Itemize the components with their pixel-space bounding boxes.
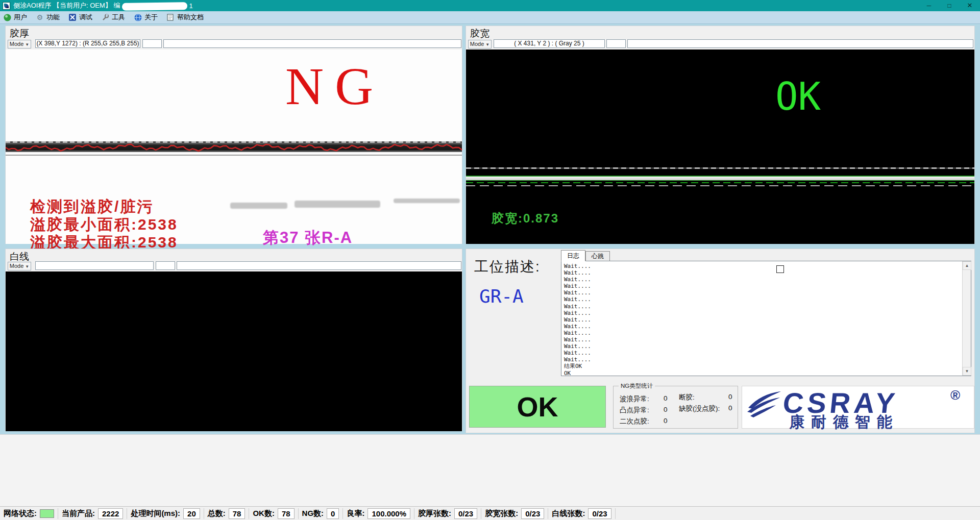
statusbar-field: 处理时间(ms):20 [127,508,204,519]
app-icon [3,2,10,10]
glue-thickness-image[interactable]: NG 检测到溢胶/脏污 溢胶最小面积:2538 溢胶最大面积:2538 第37 … [6,49,462,244]
menu-item-tools[interactable]: 工具 [98,11,131,24]
menu-item-label: 帮助文档 [177,13,204,22]
glue-thickness-input-small[interactable] [142,39,162,48]
statusbar-label: 胶厚张数: [418,509,451,518]
minimize-button[interactable]: ─ [919,0,939,11]
statusbar-value: 0/23 [454,508,477,519]
close-button[interactable]: ✕ [960,0,980,11]
white-line-image[interactable] [6,271,462,431]
wrench-icon [101,13,109,21]
statusbar-field: NG数:0 [299,508,344,519]
smudge-mark [295,201,380,208]
log-lines: Wait.... Wait.... Wait.... Wait.... Wait… [564,263,591,377]
statusbar-value: 0/23 [588,508,611,519]
statusbar-field: OK数:78 [249,508,298,519]
smudge-mark [230,203,287,209]
user-icon [3,13,11,21]
window-title-tail: 1 [189,2,192,10]
statusbar-label: OK数: [253,509,275,518]
title-bar: 侧涂AOI程序 【当前用户: OEM】 编 1 ─ □ ✕ [0,0,980,11]
ok-result-text: OK [775,78,821,115]
statusbar-label: 良率: [347,509,364,518]
glue-width-input-wide[interactable] [627,39,973,48]
glue-width-toolbar: Mode ▼ ( X 431, Y 2 ) : ( Gray 25 ) [466,39,974,49]
tab-log[interactable]: 日志 [561,250,585,261]
glue-line-band [466,176,974,181]
statusbar-label: 当前产品: [62,509,95,518]
glue-thickness-input-wide[interactable] [163,39,461,48]
menu-item-debug[interactable]: 调试 [65,11,98,24]
status-bar: 网络状态:当前产品:2222处理时间(ms):20总数:78OK数:78NG数:… [0,506,980,520]
log-scrollbar[interactable]: ▲ ▼ [962,261,971,376]
menu-item-features[interactable]: ⚙功能 [33,11,65,24]
statusbar-label: 胶宽张数: [485,509,518,518]
statusbar-value: 2222 [98,508,123,519]
smudge-mark [394,199,460,203]
ng-stat-label: 波浪异常: [620,394,649,404]
ng-stat-value: 0 [664,417,668,425]
maximize-button[interactable]: □ [939,0,960,11]
statusbar-field: 良率:100.000% [343,508,414,519]
defect-text: 检测到溢胶/脏污 溢胶最小面积:2538 溢胶最大面积:2538 [30,197,178,251]
statusbar-value: 0/23 [521,508,544,519]
glue-thickness-toolbar: Mode ▼ (X 398,Y 1272) : (R 255,G 255,B 2… [6,39,462,49]
station-description-value: GR-A [479,286,524,307]
document-icon [166,13,175,21]
defect-wave-line [6,144,462,151]
statusbar-label: 处理时间(ms): [131,509,180,518]
logo-wing-icon [746,389,783,418]
glue-width-image[interactable]: OK 胶宽:0.873 [466,49,974,244]
statusbar-field: 当前产品:2222 [58,508,127,519]
globe-icon [134,13,142,21]
gear-icon: ⚙ [36,13,44,21]
white-line-mode-dropdown[interactable]: Mode ▼ [8,262,31,270]
scroll-down-icon[interactable]: ▼ [963,367,971,376]
log-list[interactable]: Wait.... Wait.... Wait.... Wait.... Wait… [561,261,971,376]
result-status-box: OK [469,386,606,428]
glue-thickness-pixel-readout[interactable]: (X 398,Y 1272) : (R 255,G 255,B 255) [35,39,140,48]
white-line-toolbar: Mode ▼ [6,261,462,271]
menu-item-about[interactable]: 关于 [131,11,163,24]
glue-width-mode-dropdown[interactable]: Mode ▼ [468,40,492,48]
statusbar-field: 白线张数:0/23 [548,508,615,519]
menu-item-label: 关于 [144,13,158,22]
glue-thickness-panel: 胶厚 Mode ▼ (X 398,Y 1272) : (R 255,G 255,… [5,26,462,244]
white-line-input-wide[interactable] [177,261,461,270]
white-line-pixel-readout[interactable] [35,261,154,270]
statusbar-label: NG数: [302,509,324,518]
statusbar-label: 网络状态: [4,509,37,518]
glue-width-panel: 胶宽 Mode ▼ ( X 431, Y 2 ) : ( Gray 25 ) O… [465,26,975,244]
frame-number-overlay: 第37 张R-A [263,227,353,249]
glue-width-input-small[interactable] [606,39,626,48]
station-description-label: 工位描述: [474,257,541,277]
ng-result-text: NG [285,60,384,113]
statusbar-label: 白线张数: [552,509,585,518]
status-quadrant: 工位描述: GR-A 日志 心跳 Wait.... Wait.... Wait.… [465,249,975,433]
tab-heartbeat[interactable]: 心跳 [585,251,610,261]
log-checkbox[interactable] [776,265,784,273]
menu-item-label: 功能 [46,13,60,22]
ng-stat-value: 0 [728,404,732,412]
statusbar-field: 胶宽张数:0/23 [481,508,548,519]
statusbar-label: 总数: [208,509,226,518]
ng-stat-label: 缺胶(没点胶): [679,404,720,413]
statusbar-value: 78 [229,508,246,519]
menu-item-help-doc[interactable]: 帮助文档 [163,11,209,24]
glue-width-pixel-readout[interactable]: ( X 431, Y 2 ) : ( Gray 25 ) [494,39,605,48]
menu-item-label: 调试 [79,13,92,22]
statusbar-value: 78 [278,508,295,519]
menu-item-label: 工具 [112,13,125,22]
menu-item-user[interactable]: 用户 [0,11,33,24]
menu-bar: 用户⚙功能调试工具关于帮助文档 [0,11,980,24]
glue-thickness-mode-dropdown[interactable]: Mode ▼ [8,40,31,48]
statusbar-value: 20 [183,508,200,519]
debug-icon [68,13,77,21]
white-line-input-small[interactable] [156,261,175,270]
statusbar-value: 0 [327,508,339,519]
scroll-up-icon[interactable]: ▲ [963,261,971,270]
logo-company-name: 康耐德智能 [789,412,899,433]
indicator-section: 胶厚胶宽白线 [0,434,980,506]
ng-stat-label: 二次点胶: [620,417,649,426]
ng-stat-label: 断胶: [679,393,695,402]
